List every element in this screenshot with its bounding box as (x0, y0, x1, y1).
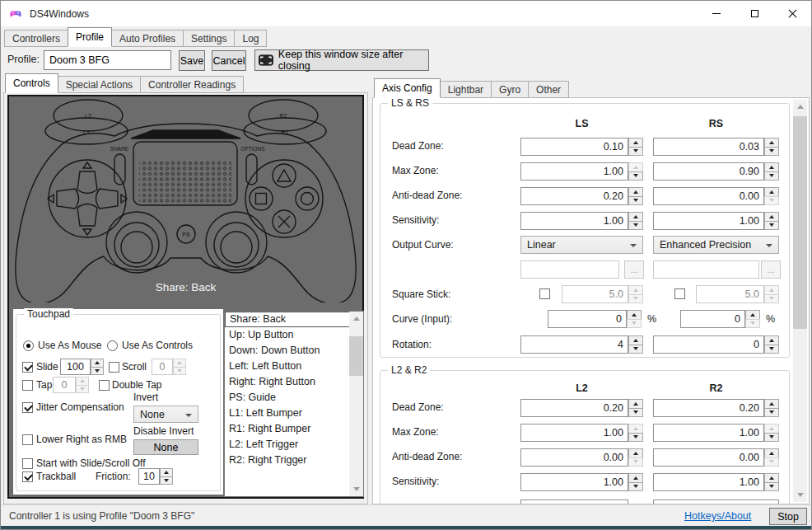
list-item[interactable]: PS: Guide (225, 390, 363, 406)
list-item[interactable]: Share: Back (225, 312, 363, 327)
tab-lightbar[interactable]: Lightbar (440, 81, 492, 98)
spin-down-button[interactable] (764, 196, 779, 206)
save-button[interactable]: Save (179, 50, 205, 71)
hotkeys-about-link[interactable]: Hotkeys/About (684, 510, 751, 522)
r2-max-zone-field[interactable]: 1.00 (653, 424, 764, 442)
tab-special-actions[interactable]: Special Actions (58, 76, 141, 93)
l2-max-zone-field[interactable]: 1.00 (520, 424, 628, 442)
tab-controller-readings[interactable]: Controller Readings (140, 76, 244, 93)
dpad-right[interactable] (96, 189, 119, 209)
ls-anti-dead-zone-field[interactable]: 0.20 (520, 187, 628, 205)
use-as-mouse-radio[interactable] (23, 340, 34, 351)
slide-checkbox[interactable] (22, 362, 33, 373)
list-item[interactable]: Up: Up Button (225, 327, 363, 343)
dpad-down[interactable] (77, 204, 97, 227)
double-tap-label[interactable]: Double Tap (112, 379, 162, 391)
l2-sensitivity-spinner[interactable] (628, 473, 643, 491)
scroll-down-arrow[interactable] (349, 482, 363, 496)
tap-checkbox[interactable] (22, 380, 33, 391)
list-item[interactable]: Down: Down Button (225, 343, 363, 359)
triangle-button[interactable] (273, 164, 296, 187)
spin-down-button[interactable] (160, 476, 173, 485)
slide-spinner[interactable] (91, 359, 104, 375)
spin-down-button[interactable] (764, 433, 779, 443)
ls-curve-input-spinner[interactable] (627, 310, 642, 328)
spin-down-button[interactable] (764, 171, 779, 181)
scroll-up-arrow[interactable] (793, 100, 807, 114)
ls-max-zone-spinner[interactable] (628, 162, 643, 181)
tab-other[interactable]: Other (528, 81, 569, 98)
list-scrollbar[interactable] (349, 312, 363, 496)
ls-sensitivity-spinner[interactable] (628, 212, 643, 230)
trackball-label[interactable]: Trackball (36, 471, 76, 482)
cancel-button[interactable]: Cancel (212, 50, 246, 71)
ls-dead-zone-spinner[interactable] (628, 138, 643, 156)
r2-sensitivity-spinner[interactable] (764, 473, 779, 491)
ls-rotation-field[interactable]: 4 (520, 335, 628, 354)
list-item[interactable]: L2: Left Trigger (225, 437, 363, 453)
disable-invert-button[interactable]: None (133, 439, 198, 455)
tab-axis-config[interactable]: Axis Config (374, 78, 441, 98)
rs-anti-dead-zone-spinner[interactable] (764, 187, 779, 205)
share-button[interactable] (114, 154, 125, 185)
r2-anti-dead-zone-spinner[interactable] (764, 448, 779, 467)
spin-down-button[interactable] (764, 457, 779, 467)
rs-curve-input-spinner[interactable] (745, 310, 760, 328)
l2-anti-dead-zone-field[interactable]: 0.00 (520, 448, 628, 467)
spin-down-button[interactable] (764, 345, 779, 354)
ls-sensitivity-field[interactable]: 1.00 (520, 212, 628, 230)
tab-controls[interactable]: Controls (5, 73, 58, 93)
scroll-checkbox[interactable] (109, 362, 119, 373)
rs-square-stick-checkbox[interactable] (674, 288, 685, 299)
rs-dead-zone-spinner[interactable] (764, 138, 779, 156)
r2-max-zone-spinner[interactable] (764, 424, 779, 442)
spin-down-button[interactable] (764, 221, 779, 231)
slide-value-field[interactable]: 100 (60, 359, 91, 375)
rs-max-zone-field[interactable]: 0.90 (653, 162, 764, 181)
spin-down-button[interactable] (628, 171, 643, 181)
ls-rotation-spinner[interactable] (628, 335, 643, 354)
tap-label[interactable]: Tap (36, 379, 52, 391)
rs-curve-input-field[interactable]: 0 (680, 310, 745, 328)
spin-down-button[interactable] (628, 433, 643, 443)
circle-button[interactable] (296, 187, 319, 210)
double-tap-checkbox[interactable] (99, 380, 110, 391)
keep-window-size-button[interactable]: Keep this window size after closing (254, 49, 429, 71)
axis-config-scrollbar[interactable] (793, 100, 807, 502)
use-as-controls-radio[interactable] (107, 340, 118, 351)
dpad-left[interactable] (57, 189, 79, 209)
trackball-checkbox[interactable] (22, 471, 33, 482)
l2-dead-zone-spinner[interactable] (628, 399, 643, 417)
r2-anti-dead-zone-field[interactable]: 0.00 (653, 448, 764, 467)
use-as-mouse-label[interactable]: Use As Mouse (38, 340, 101, 351)
rs-rotation-field[interactable]: 0 (653, 335, 764, 354)
rs-rotation-spinner[interactable] (764, 335, 779, 354)
jitter-compensation-checkbox[interactable] (22, 402, 33, 413)
options-button[interactable] (246, 154, 257, 185)
friction-value-field[interactable]: 10 (138, 468, 160, 485)
spin-down-button[interactable] (628, 221, 643, 231)
scroll-down-arrow[interactable] (793, 488, 807, 502)
list-item[interactable]: Left: Left Button (225, 359, 363, 374)
rs-anti-dead-zone-field[interactable]: 0.00 (653, 187, 764, 205)
square-button[interactable] (250, 187, 273, 210)
list-item[interactable]: L1: Left Bumper (225, 406, 363, 421)
spin-down-button[interactable] (745, 319, 760, 329)
scrollbar-thumb[interactable] (349, 336, 363, 376)
r2-dead-zone-spinner[interactable] (764, 399, 779, 417)
ls-output-curve-dropdown[interactable]: Linear (520, 236, 643, 254)
maximize-button[interactable] (735, 1, 773, 26)
scroll-label[interactable]: Scroll (122, 361, 147, 373)
rs-dead-zone-field[interactable]: 0.03 (653, 138, 764, 156)
ls-square-stick-checkbox[interactable] (539, 288, 550, 299)
spin-down-button[interactable] (764, 147, 779, 157)
use-as-controls-label[interactable]: Use As Controls (122, 340, 193, 351)
scrollbar-thumb[interactable] (793, 116, 807, 329)
start-slide-scroll-off-label[interactable]: Start with Slide/Scroll Off (36, 457, 146, 469)
r2-sensitivity-field[interactable]: 1.00 (653, 473, 764, 491)
spin-down-button[interactable] (628, 408, 643, 418)
tab-profile[interactable]: Profile (68, 27, 112, 47)
spin-down-button[interactable] (628, 196, 643, 206)
start-slide-scroll-off-checkbox[interactable] (22, 458, 33, 469)
l2-max-zone-spinner[interactable] (628, 424, 643, 442)
